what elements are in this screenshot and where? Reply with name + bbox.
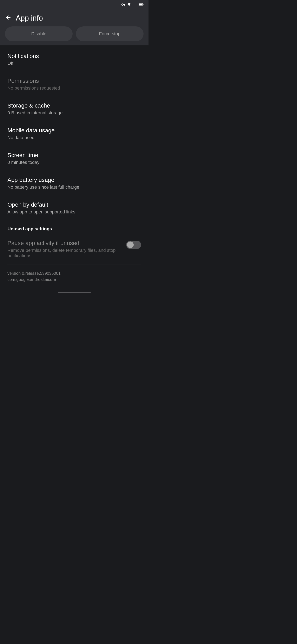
screen-time-item[interactable]: Screen time 0 minutes today [0, 146, 148, 171]
settings-list: Notifications Off Permissions No permiss… [0, 46, 148, 297]
force-stop-button[interactable]: Force stop [76, 26, 144, 41]
mobile-data-subtitle: No data used [7, 135, 141, 140]
pause-activity-subtitle: Remove permissions, delete temporary fil… [7, 248, 123, 258]
package-text: com.google.android.aicore [7, 276, 141, 282]
unused-section-title: Unused app settings [7, 226, 52, 232]
notifications-item[interactable]: Notifications Off [0, 47, 148, 72]
footer: version 0.release.539035001 com.google.a… [0, 264, 148, 288]
svg-rect-2 [143, 4, 144, 5]
screen-time-title: Screen time [7, 152, 141, 158]
back-button[interactable] [5, 14, 11, 22]
screen-time-subtitle: 0 minutes today [7, 160, 141, 165]
pause-activity-toggle[interactable] [126, 241, 141, 249]
open-default-title: Open by default [7, 202, 141, 208]
pause-activity-title: Pause app activity if unused [7, 240, 123, 246]
permissions-subtitle: No permissions requested [7, 86, 141, 91]
status-icons [121, 2, 144, 8]
battery-title: App battery usage [7, 177, 141, 183]
version-text: version 0.release.539035001 [7, 270, 141, 276]
battery-subtitle: No battery use since last full charge [7, 184, 141, 190]
notifications-title: Notifications [7, 53, 141, 60]
vpn-key-icon [121, 2, 125, 8]
permissions-item[interactable]: Permissions No permissions requested [0, 72, 148, 96]
battery-icon [139, 3, 144, 7]
unused-section-header: Unused app settings [0, 220, 148, 234]
notifications-subtitle: Off [7, 61, 141, 66]
home-bar [58, 292, 91, 293]
toggle-knob [127, 242, 134, 248]
pause-activity-content: Pause app activity if unused Remove perm… [7, 240, 123, 258]
svg-rect-1 [139, 4, 143, 6]
home-indicator [0, 288, 148, 295]
permissions-title: Permissions [7, 78, 141, 84]
top-bar: App info [0, 10, 148, 26]
open-default-subtitle: Allow app to open supported links [7, 209, 141, 215]
signal-icon [133, 2, 137, 8]
open-default-item[interactable]: Open by default Allow app to open suppor… [0, 196, 148, 220]
action-buttons: Disable Force stop [0, 26, 148, 46]
disable-button[interactable]: Disable [5, 26, 73, 41]
page-title: App info [16, 14, 43, 22]
mobile-data-title: Mobile data usage [7, 127, 141, 134]
pause-activity-item[interactable]: Pause app activity if unused Remove perm… [0, 234, 148, 264]
storage-title: Storage & cache [7, 102, 141, 109]
wifi-icon [127, 2, 131, 8]
mobile-data-item[interactable]: Mobile data usage No data used [0, 121, 148, 146]
status-bar [0, 0, 148, 10]
storage-subtitle: 0 B used in internal storage [7, 110, 141, 116]
battery-item[interactable]: App battery usage No battery use since l… [0, 171, 148, 196]
storage-item[interactable]: Storage & cache 0 B used in internal sto… [0, 96, 148, 121]
